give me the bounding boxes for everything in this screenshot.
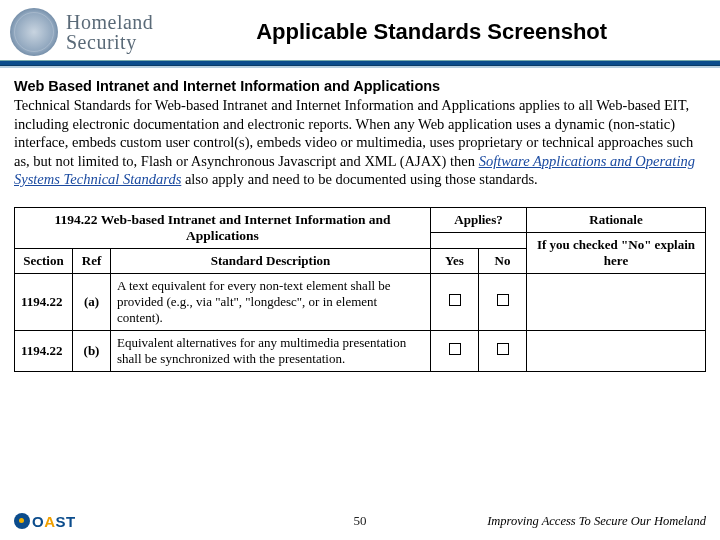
dhs-seal-icon <box>10 8 58 56</box>
cell-ref: (a) <box>73 273 111 330</box>
footer-tagline: Improving Access To Secure Our Homeland <box>487 514 706 529</box>
oast-bullet-icon <box>14 513 30 529</box>
col-no: No <box>479 248 527 273</box>
cell-section: 1194.22 <box>15 330 73 371</box>
col-rationale: Rationale <box>527 207 706 232</box>
cell-rationale[interactable] <box>527 273 706 330</box>
slide-footer: OAST 50 Improving Access To Secure Our H… <box>0 508 720 534</box>
oast-letter-a: A <box>44 513 55 530</box>
col-rationale-sub: If you checked "No" explain here <box>527 232 706 273</box>
section-body-post: also apply and need to be documented usi… <box>181 171 537 187</box>
cell-yes <box>431 330 479 371</box>
col-section: Section <box>15 248 73 273</box>
slide-header: Homeland Security Applicable Standards S… <box>0 0 720 60</box>
oast-text: OAST <box>32 513 76 530</box>
section-heading: Web Based Intranet and Internet Informat… <box>14 78 706 94</box>
cell-rationale[interactable] <box>527 330 706 371</box>
checkbox-yes-icon[interactable] <box>449 343 461 355</box>
page-number: 50 <box>354 513 367 529</box>
dept-line-1: Homeland <box>66 12 153 32</box>
standards-table: 1194.22 Web-based Intranet and Internet … <box>14 207 706 372</box>
cell-desc: A text equivalent for every non-text ele… <box>111 273 431 330</box>
col-applies: Applies? <box>431 207 527 232</box>
table-row: 1194.22 (b) Equivalent alternatives for … <box>15 330 706 371</box>
table-row: 1194.22 (a) A text equivalent for every … <box>15 273 706 330</box>
slide-title: Applicable Standards Screenshot <box>153 19 710 45</box>
col-ref: Ref <box>73 248 111 273</box>
cell-no <box>479 330 527 371</box>
col-desc: Standard Description <box>111 248 431 273</box>
checkbox-no-icon[interactable] <box>497 294 509 306</box>
cell-yes <box>431 273 479 330</box>
oast-letters-st: ST <box>56 513 76 530</box>
section-body: Technical Standards for Web-based Intran… <box>14 96 706 189</box>
department-name: Homeland Security <box>66 12 153 52</box>
oast-logo: OAST <box>14 513 76 530</box>
col-yes: Yes <box>431 248 479 273</box>
table-header-row-1: 1194.22 Web-based Intranet and Internet … <box>15 207 706 232</box>
table-title: 1194.22 Web-based Intranet and Internet … <box>15 207 431 248</box>
slide-content: Web Based Intranet and Internet Informat… <box>0 68 720 372</box>
cell-section: 1194.22 <box>15 273 73 330</box>
dept-line-2: Security <box>66 32 153 52</box>
cell-ref: (b) <box>73 330 111 371</box>
cell-desc: Equivalent alternatives for any multimed… <box>111 330 431 371</box>
checkbox-yes-icon[interactable] <box>449 294 461 306</box>
checkbox-no-icon[interactable] <box>497 343 509 355</box>
cell-no <box>479 273 527 330</box>
